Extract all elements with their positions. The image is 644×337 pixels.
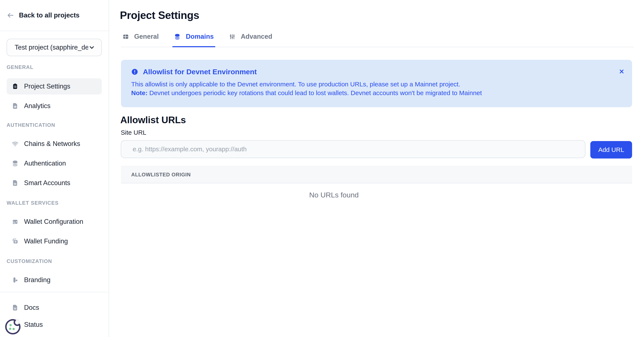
project-selector[interactable]: Test project (sapphire_de bbox=[6, 39, 102, 56]
document-icon bbox=[12, 180, 18, 186]
paint-icon bbox=[12, 277, 18, 283]
allowlist-table-header: ALLOWLISTED ORIGIN bbox=[121, 166, 632, 183]
url-entry-row: Add URL bbox=[121, 140, 634, 158]
app-window: Back to all projects Test project (sapph… bbox=[0, 0, 644, 337]
sidebar: Back to all projects Test project (sapph… bbox=[0, 0, 109, 337]
sidebar-item-wallet-configuration[interactable]: Wallet Configuration bbox=[6, 214, 102, 230]
sidebar-item-analytics[interactable]: Analytics bbox=[6, 98, 102, 114]
sidebar-item-smart-accounts[interactable]: Smart Accounts bbox=[6, 175, 102, 191]
section-label-authentication: AUTHENTICATION bbox=[6, 122, 102, 128]
sidebar-item-docs[interactable]: Docs bbox=[6, 300, 102, 316]
empty-state-text: No URLs found bbox=[309, 191, 359, 199]
banner-line-2: Note: Devnet undergoes periodic key rota… bbox=[131, 88, 622, 97]
sidebar-item-chains-networks[interactable]: Chains & Networks bbox=[6, 136, 102, 152]
sidebar-item-label: Smart Accounts bbox=[24, 179, 70, 187]
grid-icon bbox=[122, 33, 129, 40]
alert-circle-icon bbox=[131, 68, 138, 75]
sidebar-item-label: Wallet Configuration bbox=[24, 218, 83, 226]
banner-note-text: Devnet undergoes periodic key rotations … bbox=[148, 89, 482, 96]
wallet-card-icon bbox=[12, 238, 18, 245]
sidebar-item-label: Wallet Funding bbox=[24, 237, 68, 245]
sidebar-item-branding[interactable]: Branding bbox=[6, 272, 102, 288]
tab-general[interactable]: General bbox=[121, 33, 160, 47]
page-title: Project Settings bbox=[120, 9, 634, 21]
cookie-consent-icon[interactable] bbox=[4, 316, 24, 337]
banner-body: This allowlist is only applicable to the… bbox=[131, 80, 622, 97]
sidebar-item-label: Project Settings bbox=[24, 82, 70, 90]
database-icon bbox=[12, 160, 18, 167]
sidebar-item-label: Status bbox=[24, 321, 43, 329]
section-label-wallet-services: WALLET SERVICES bbox=[6, 200, 102, 206]
close-icon[interactable] bbox=[618, 68, 625, 75]
section-label-general: GENERAL bbox=[6, 64, 102, 70]
project-selector-value: Test project (sapphire_de bbox=[15, 44, 88, 51]
banner-note-label: Note: bbox=[131, 89, 148, 96]
site-url-label: Site URL bbox=[121, 129, 634, 136]
tab-label: Domains bbox=[186, 33, 214, 40]
tab-bar: General Domains Advanced bbox=[121, 30, 634, 47]
sidebar-item-project-settings[interactable]: Project Settings bbox=[6, 78, 102, 94]
file-chart-icon bbox=[12, 102, 18, 109]
tab-label: Advanced bbox=[241, 33, 272, 40]
banner-title: Allowlist for Devnet Environment bbox=[143, 68, 257, 76]
chevron-down-icon bbox=[88, 44, 96, 51]
sidebar-header: Back to all projects bbox=[0, 0, 108, 31]
wallet-gear-icon bbox=[12, 218, 18, 225]
allowlisted-origin-column-header: ALLOWLISTED ORIGIN bbox=[131, 172, 191, 178]
allowlist-urls-heading: Allowlist URLs bbox=[120, 114, 634, 125]
sidebar-item-label: Docs bbox=[24, 304, 39, 312]
database-icon bbox=[174, 33, 180, 40]
sidebar-item-wallet-funding[interactable]: Wallet Funding bbox=[6, 233, 102, 249]
tab-domains[interactable]: Domains bbox=[172, 33, 215, 47]
section-label-customization: CUSTOMIZATION bbox=[6, 258, 102, 264]
document-icon bbox=[12, 304, 18, 311]
devnet-allowlist-banner: Allowlist for Devnet Environment This al… bbox=[121, 60, 632, 107]
wifi-icon bbox=[12, 140, 18, 147]
tab-advanced[interactable]: Advanced bbox=[227, 33, 274, 47]
sidebar-item-label: Authentication bbox=[24, 160, 66, 167]
add-url-button[interactable]: Add URL bbox=[590, 141, 632, 158]
tab-label: General bbox=[134, 33, 159, 40]
site-url-input[interactable] bbox=[121, 140, 586, 158]
sliders-icon bbox=[229, 33, 236, 40]
back-to-projects-button[interactable]: Back to all projects bbox=[6, 11, 80, 19]
sidebar-item-label: Analytics bbox=[24, 102, 50, 110]
banner-title-row: Allowlist for Devnet Environment bbox=[131, 68, 622, 75]
main-content: Project Settings General Domains Advance… bbox=[109, 0, 644, 337]
arrow-left-icon bbox=[6, 11, 14, 19]
sidebar-item-label: Chains & Networks bbox=[24, 140, 80, 148]
sidebar-nav: Test project (sapphire_de GENERAL Projec… bbox=[0, 31, 108, 292]
back-label: Back to all projects bbox=[19, 11, 80, 19]
banner-line-1: This allowlist is only applicable to the… bbox=[131, 80, 622, 88]
clipboard-icon bbox=[12, 83, 18, 90]
sidebar-item-label: Branding bbox=[24, 276, 50, 284]
sidebar-item-authentication[interactable]: Authentication bbox=[6, 155, 102, 171]
empty-state: No URLs found bbox=[121, 191, 547, 199]
